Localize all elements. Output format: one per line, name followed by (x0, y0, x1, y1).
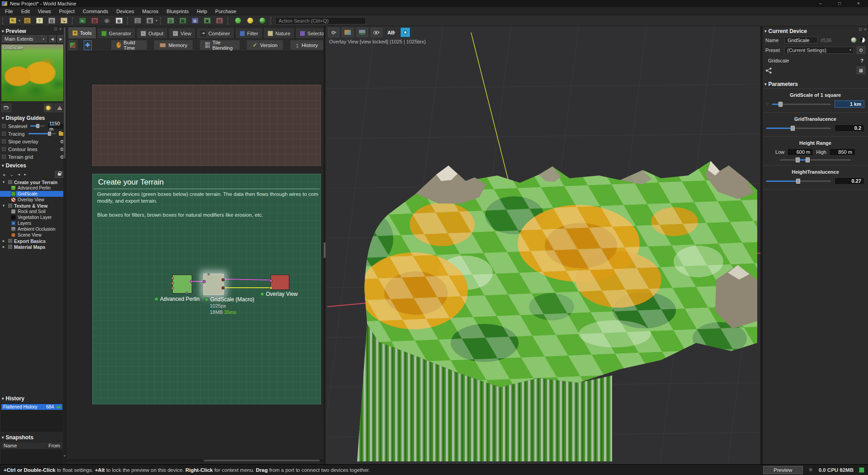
devices-section-header[interactable]: ▾ Devices (0, 161, 66, 170)
visibility-button[interactable]: ▾ (371, 28, 382, 37)
device-name-input[interactable]: GridScale (784, 37, 818, 43)
build-time-button[interactable]: Build Time (111, 40, 147, 50)
preview-options-button[interactable]: 🗔▾ (1, 104, 11, 112)
minimize-button[interactable]: – (811, 0, 830, 7)
menu-macros[interactable]: Macros (138, 8, 162, 15)
menu-devices[interactable]: Devices (112, 8, 138, 15)
focus-target-icon[interactable]: ◎ (101, 16, 112, 25)
gridtranslucence-value[interactable]: 0.2 (835, 124, 864, 132)
tree-item-advanced-perlin[interactable]: Advanced Perlin (0, 185, 66, 191)
tab-view[interactable]: ▪ View (168, 28, 196, 38)
toolbar-grip[interactable] (270, 17, 273, 24)
menu-project[interactable]: Project (55, 8, 79, 15)
output-port[interactable] (190, 280, 193, 283)
tree-group-texture-view[interactable]: ▾ Texture & View (0, 203, 66, 209)
heighttranslucence-value[interactable]: 0.27 (835, 177, 864, 185)
help-button[interactable]: ? (860, 58, 865, 63)
close-button[interactable]: × (849, 0, 868, 7)
preview-mode-button[interactable]: Preview (763, 466, 803, 474)
share-icon[interactable] (765, 67, 772, 74)
tree-item-overlay-view[interactable]: Overlay View (0, 197, 66, 203)
history-section-header[interactable]: ▾ History (0, 394, 64, 403)
current-device-header[interactable]: ▾ Current Device (763, 26, 868, 35)
texture-view-icon[interactable]: ▨ (214, 16, 225, 25)
tree-item-vegetation-layer[interactable]: Vegetation Layer (0, 214, 66, 220)
slope-overlay-checkbox[interactable] (2, 139, 6, 143)
version-button[interactable]: ✓ Version (246, 40, 283, 50)
preset-dropdown[interactable]: (Current Settings) ▾ (784, 47, 854, 54)
layout-dropdown-icon[interactable]: ▾ (156, 19, 157, 23)
preview-thumbnail[interactable]: GridScale (1, 44, 65, 102)
tab-filter[interactable]: Filter (235, 28, 263, 38)
panel-layout-icon[interactable]: ▯ (132, 16, 143, 25)
expand-all-icon[interactable]: » (3, 172, 5, 177)
input-port[interactable] (203, 280, 206, 283)
height-high-value[interactable]: 850 m (829, 148, 855, 156)
height-range-slider[interactable] (780, 159, 851, 161)
tab-nature[interactable]: Nature (263, 28, 295, 38)
output-port[interactable] (222, 278, 225, 281)
curve-tool-icon[interactable]: ∿ (77, 16, 88, 25)
menu-blueprints[interactable]: Blueprints (163, 8, 193, 15)
panel-pin-icons[interactable]: ⊡▾ (859, 27, 866, 32)
contrast-toggle-icon[interactable] (859, 37, 865, 43)
tab-output[interactable]: ▪ Output (136, 28, 168, 38)
green-sphere-icon[interactable] (232, 16, 243, 25)
tab-generator[interactable]: Generator (97, 28, 136, 38)
device-view-icon[interactable]: ▤ (165, 16, 176, 25)
input-port[interactable] (269, 279, 273, 282)
toolbar-grip[interactable] (72, 17, 74, 24)
sealevel-slider[interactable] (30, 125, 45, 127)
tab-tools[interactable]: ✕ Tools (68, 27, 96, 38)
extents-select[interactable]: Main Extents ▾ (2, 35, 47, 43)
macro-grid-settings-button[interactable]: ▦ (857, 66, 865, 74)
toolbar-grip[interactable] (227, 17, 230, 24)
history-button[interactable]: ⌄⌄ History (290, 40, 324, 50)
node-canvas[interactable]: Create your Terrain Generator devices (g… (67, 52, 324, 462)
new-project-icon[interactable]: ✎ (7, 16, 18, 25)
preview-sphere-icon[interactable] (851, 37, 857, 43)
input-port[interactable] (208, 273, 210, 276)
output-port[interactable] (185, 292, 188, 294)
toolbar-grip[interactable] (160, 17, 162, 24)
left-panel-scrollbar[interactable]: ▾ (63, 26, 66, 464)
maximize-button[interactable]: □ (830, 0, 849, 7)
gridtranslucence-slider[interactable] (766, 128, 831, 129)
node-overlay-view[interactable] (270, 275, 289, 290)
toolbar-grip[interactable] (2, 17, 5, 24)
tab-combiner[interactable]: ➔ Combiner (196, 28, 235, 38)
menu-help[interactable]: Help (193, 8, 211, 15)
tree-item-scene-view[interactable]: Scene View (0, 232, 66, 238)
node-advanced-perlin[interactable] (172, 275, 192, 294)
flow-display-button[interactable] (69, 40, 77, 50)
col-name[interactable]: Name (4, 443, 17, 448)
build-icon[interactable]: ↘ (58, 16, 69, 25)
tracing-checkbox[interactable] (2, 132, 6, 136)
tree-item-ambient-occlusion[interactable]: Ambient Occlusion (0, 226, 66, 232)
gridscale-value[interactable]: 1 km (835, 100, 864, 108)
input-port[interactable] (269, 286, 273, 290)
globe-view-icon[interactable]: ◍ (189, 16, 200, 25)
grid-layout-icon[interactable]: ▦ (144, 16, 155, 25)
tab-selector[interactable]: Selector (295, 28, 324, 38)
view-settings-button[interactable]: ⚙▾ (328, 28, 339, 37)
tree-item-gridscale[interactable]: GridScale (0, 191, 66, 197)
toolbar-grip[interactable] (127, 17, 129, 24)
col-from[interactable]: From (48, 443, 60, 448)
height-low-value[interactable]: 600 m (787, 148, 813, 156)
tile-blending-button[interactable]: Tile Blending (199, 40, 240, 50)
texture-display-button[interactable] (342, 28, 354, 37)
tree-item-layers[interactable]: ≡ Layers (0, 220, 66, 226)
clover-sphere-icon[interactable] (257, 16, 268, 25)
memory-button[interactable]: Memory (154, 40, 193, 50)
gridscale-slider[interactable] (772, 104, 831, 105)
drag-dots-icon[interactable]: ∵ (766, 102, 769, 106)
lighting-button[interactable]: ▾ (44, 104, 53, 112)
nav-left-icon[interactable]: ◂ (18, 172, 20, 176)
input-port[interactable] (171, 277, 174, 280)
terrain-view-icon[interactable]: ▣ (202, 16, 212, 25)
input-port[interactable] (171, 287, 174, 290)
sealevel-checkbox[interactable] (2, 124, 6, 128)
tracing-slider[interactable] (28, 133, 57, 134)
world-grid-icon[interactable]: ▦ (177, 16, 188, 25)
